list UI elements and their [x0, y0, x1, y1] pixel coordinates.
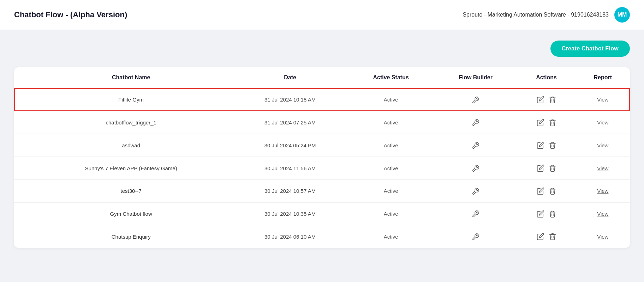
status-text: Active [384, 142, 398, 148]
table-body: Fitlife Gym31 Jul 2024 10:18 AMActive [14, 88, 630, 248]
status-cell: Active [348, 225, 434, 248]
date-cell: 31 Jul 2024 10:18 AM [232, 88, 347, 111]
flow-builder-icon[interactable] [472, 164, 479, 172]
view-link[interactable]: View [597, 97, 608, 103]
status-text: Active [384, 165, 398, 171]
actions-cell [517, 88, 576, 111]
actions-wrapper [523, 233, 570, 240]
table-row: Fitlife Gym31 Jul 2024 10:18 AMActive [14, 88, 630, 111]
table-row: Chatsup Enquiry30 Jul 2024 06:10 AMActiv… [14, 225, 630, 248]
status-cell: Active [348, 179, 434, 202]
chatbot-name-cell: asdwad [14, 134, 232, 157]
table-row: asdwad30 Jul 2024 05:24 PMActive [14, 134, 630, 157]
report-cell[interactable]: View [576, 157, 630, 180]
chatbot-name-cell: test30--7 [14, 179, 232, 202]
chatbot-name-cell: Fitlife Gym [14, 88, 232, 111]
header-row: Chatbot Name Date Active Status Flow Bui… [14, 67, 630, 88]
date-cell: 30 Jul 2024 06:10 AM [232, 225, 347, 248]
actions-cell [517, 202, 576, 225]
flow-builder-icon[interactable] [472, 187, 479, 195]
flow-builder-icon[interactable] [472, 96, 479, 104]
report-cell[interactable]: View [576, 202, 630, 225]
flow-builder-cell[interactable] [434, 179, 517, 202]
view-link[interactable]: View [597, 188, 608, 194]
edit-icon[interactable] [537, 210, 544, 217]
table-row: Sunny's 7 Eleven APP (Fantesy Game)30 Ju… [14, 157, 630, 180]
flow-builder-icon[interactable] [472, 141, 479, 149]
date-cell: 30 Jul 2024 10:35 AM [232, 202, 347, 225]
delete-icon[interactable] [549, 233, 556, 240]
date-cell: 30 Jul 2024 10:57 AM [232, 179, 347, 202]
col-actions: Actions [517, 67, 576, 88]
col-active-status: Active Status [348, 67, 434, 88]
table-row: Gym Chatbot flow30 Jul 2024 10:35 AMActi… [14, 202, 630, 225]
edit-icon[interactable] [537, 118, 544, 126]
flow-builder-cell[interactable] [434, 88, 517, 111]
delete-icon[interactable] [549, 187, 556, 195]
flow-builder-cell[interactable] [434, 111, 517, 134]
delete-icon[interactable] [549, 210, 556, 217]
date-cell: 30 Jul 2024 05:24 PM [232, 134, 347, 157]
svg-rect-3 [550, 166, 555, 167]
avatar[interactable]: MM [614, 7, 630, 23]
report-cell[interactable]: View [576, 111, 630, 134]
actions-wrapper [523, 210, 570, 217]
flow-builder-cell[interactable] [434, 134, 517, 157]
view-link[interactable]: View [597, 142, 608, 148]
flow-builder-icon[interactable] [472, 232, 479, 241]
create-chatbot-flow-button[interactable]: Create Chatbot Flow [550, 41, 630, 57]
delete-icon[interactable] [549, 118, 556, 126]
delete-icon[interactable] [549, 164, 556, 172]
edit-icon[interactable] [537, 164, 544, 172]
view-link[interactable]: View [597, 165, 608, 171]
flow-builder-cell[interactable] [434, 225, 517, 248]
status-text: Active [384, 97, 398, 103]
actions-cell [517, 225, 576, 248]
edit-icon[interactable] [537, 141, 544, 149]
svg-rect-1 [550, 120, 555, 121]
report-cell[interactable]: View [576, 88, 630, 111]
flow-builder-icon[interactable] [472, 118, 479, 127]
actions-wrapper [523, 118, 570, 126]
report-cell[interactable]: View [576, 134, 630, 157]
view-link[interactable]: View [597, 234, 608, 240]
actions-cell [517, 157, 576, 180]
view-link[interactable]: View [597, 119, 608, 125]
chatbot-name-cell: chatbotflow_trigger_1 [14, 111, 232, 134]
actions-cell [517, 111, 576, 134]
col-chatbot-name: Chatbot Name [14, 67, 232, 88]
date-cell: 30 Jul 2024 11:56 AM [232, 157, 347, 180]
table-row: test30--730 Jul 2024 10:57 AMActive [14, 179, 630, 202]
svg-rect-2 [550, 143, 555, 144]
svg-rect-6 [550, 234, 555, 235]
status-cell: Active [348, 111, 434, 134]
table-header: Chatbot Name Date Active Status Flow Bui… [14, 67, 630, 88]
actions-wrapper [523, 141, 570, 149]
actions-cell [517, 179, 576, 202]
status-text: Active [384, 211, 398, 217]
flow-builder-icon[interactable] [472, 210, 479, 218]
delete-icon[interactable] [549, 96, 556, 104]
toolbar: Create Chatbot Flow [14, 41, 630, 57]
status-cell: Active [348, 157, 434, 180]
chatbot-table: Chatbot Name Date Active Status Flow Bui… [14, 67, 630, 248]
status-cell: Active [348, 88, 434, 111]
flow-builder-cell[interactable] [434, 202, 517, 225]
svg-rect-5 [550, 211, 555, 212]
delete-icon[interactable] [549, 141, 556, 149]
edit-icon[interactable] [537, 233, 544, 240]
chatbot-name-cell: Sunny's 7 Eleven APP (Fantesy Game) [14, 157, 232, 180]
date-cell: 31 Jul 2024 07:25 AM [232, 111, 347, 134]
edit-icon[interactable] [537, 187, 544, 195]
flow-builder-cell[interactable] [434, 157, 517, 180]
actions-wrapper [523, 96, 570, 104]
report-cell[interactable]: View [576, 179, 630, 202]
view-link[interactable]: View [597, 211, 608, 217]
status-text: Active [384, 234, 398, 240]
header: Chatbot Flow - (Alpha Version) Sprouto -… [0, 0, 644, 30]
edit-icon[interactable] [537, 96, 544, 104]
report-cell[interactable]: View [576, 225, 630, 248]
actions-wrapper [523, 164, 570, 172]
page-title: Chatbot Flow - (Alpha Version) [14, 10, 127, 19]
status-text: Active [384, 188, 398, 194]
